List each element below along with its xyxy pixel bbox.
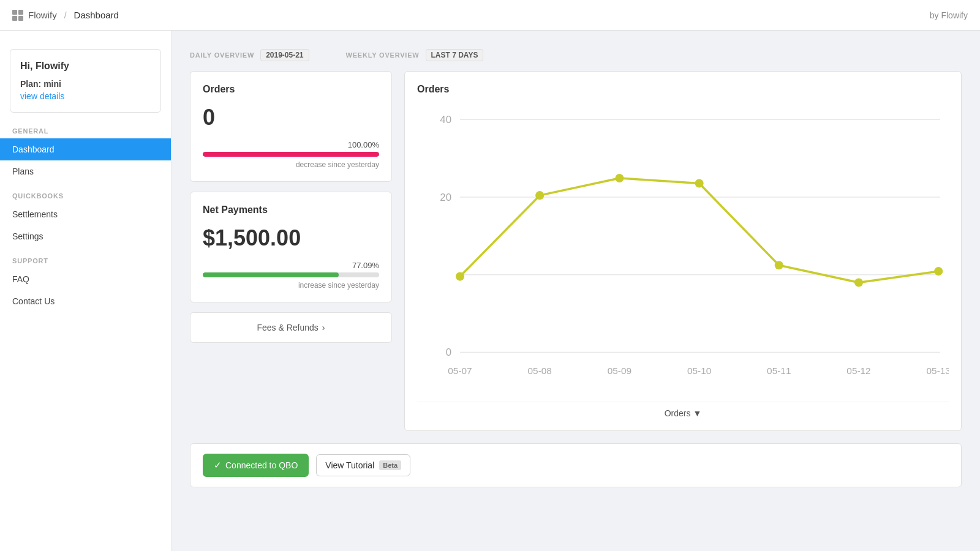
dashboard-grid: Orders 0 100.00% decrease since yesterda… bbox=[190, 71, 962, 431]
weekly-overview-header: WEEKLY OVERVIEW LAST 7 DAYS bbox=[346, 49, 484, 61]
nav-label-quickbooks: QUICKBOOKS bbox=[0, 192, 171, 200]
orders-progress-note: decrease since yesterday bbox=[203, 160, 379, 169]
layout: Hi, Flowify Plan: mini view details GENE… bbox=[0, 31, 980, 551]
chart-dot-1 bbox=[535, 191, 544, 200]
weekly-chart-title: Orders bbox=[417, 84, 949, 95]
fees-refunds-icon: › bbox=[322, 323, 325, 332]
section-headers: DAILY OVERVIEW 2019-05-21 WEEKLY OVERVIE… bbox=[190, 49, 962, 61]
chart-selector-label: Orders bbox=[665, 408, 691, 418]
nav-section-general: GENERAL Dashboard Plans bbox=[0, 127, 171, 182]
sidebar-item-settlements[interactable]: Settlements bbox=[0, 203, 171, 225]
orders-progress-track bbox=[203, 152, 379, 157]
user-card: Hi, Flowify Plan: mini view details bbox=[10, 49, 161, 113]
svg-text:05-07: 05-07 bbox=[448, 365, 472, 376]
chart-area: 40 20 0 05-07 05-08 05-09 05-10 05-11 05… bbox=[417, 102, 949, 395]
orders-card-title: Orders bbox=[203, 84, 379, 95]
daily-overview-header: DAILY OVERVIEW 2019-05-21 bbox=[190, 49, 309, 61]
svg-text:05-09: 05-09 bbox=[608, 365, 631, 376]
svg-text:05-12: 05-12 bbox=[846, 365, 870, 376]
orders-progress-label: 100.00% bbox=[203, 140, 379, 149]
fees-refunds-link: Fees & Refunds › bbox=[257, 323, 325, 332]
chart-selector[interactable]: Orders ▼ bbox=[665, 408, 702, 418]
net-payments-card: Net Payments $1,500.00 77.09% increase s… bbox=[190, 192, 392, 302]
svg-text:05-08: 05-08 bbox=[528, 365, 552, 376]
chart-dot-3 bbox=[695, 179, 704, 187]
view-details-link[interactable]: view details bbox=[20, 91, 64, 101]
chart-dot-6 bbox=[934, 267, 943, 276]
daily-overview-label: DAILY OVERVIEW bbox=[190, 51, 254, 59]
user-plan: Plan: mini bbox=[20, 79, 151, 89]
svg-text:05-13: 05-13 bbox=[927, 365, 949, 376]
chart-dot-2 bbox=[615, 174, 624, 182]
net-payments-progress-note: increase since yesterday bbox=[203, 281, 379, 290]
grid-icon bbox=[12, 10, 23, 21]
fees-refunds-card[interactable]: Fees & Refunds › bbox=[190, 312, 392, 343]
checkmark-icon: ✓ bbox=[214, 460, 222, 471]
nav-brand: Flowify bbox=[28, 10, 57, 20]
sidebar-item-faq[interactable]: FAQ bbox=[0, 268, 171, 290]
fees-refunds-label: Fees & Refunds bbox=[257, 323, 318, 332]
daily-overview-badge: 2019-05-21 bbox=[260, 49, 309, 61]
user-greeting: Hi, Flowify bbox=[20, 61, 151, 72]
action-bar: ✓ Connected to QBO View Tutorial Beta bbox=[190, 443, 962, 487]
net-payments-title: Net Payments bbox=[203, 204, 379, 216]
orders-card: Orders 0 100.00% decrease since yesterda… bbox=[190, 71, 392, 182]
sidebar-item-contact-us[interactable]: Contact Us bbox=[0, 290, 171, 312]
net-payments-progress-label: 77.09% bbox=[203, 261, 379, 270]
nav-separator: / bbox=[64, 10, 67, 20]
chart-dot-0 bbox=[456, 272, 464, 281]
weekly-chart-card: Orders 40 20 0 05-07 bbox=[404, 71, 962, 431]
tutorial-label: View Tutorial bbox=[325, 460, 374, 470]
svg-text:0: 0 bbox=[446, 347, 451, 358]
sidebar: Hi, Flowify Plan: mini view details GENE… bbox=[0, 31, 172, 551]
main-content: DAILY OVERVIEW 2019-05-21 WEEKLY OVERVIE… bbox=[172, 31, 980, 551]
svg-text:05-10: 05-10 bbox=[687, 365, 711, 376]
nav-right: by Flowify bbox=[930, 10, 968, 20]
net-payments-value: $1,500.00 bbox=[203, 225, 379, 251]
connected-button[interactable]: ✓ Connected to QBO bbox=[203, 454, 309, 477]
beta-badge: Beta bbox=[379, 460, 401, 470]
svg-text:20: 20 bbox=[440, 192, 451, 203]
sidebar-item-plans[interactable]: Plans bbox=[0, 160, 171, 182]
chart-dot-4 bbox=[775, 261, 783, 269]
weekly-overview-badge: LAST 7 DAYS bbox=[426, 49, 484, 61]
weekly-overview-label: WEEKLY OVERVIEW bbox=[346, 51, 420, 59]
net-payments-progress-track bbox=[203, 272, 379, 277]
orders-progress-fill bbox=[203, 152, 379, 157]
svg-text:40: 40 bbox=[440, 114, 451, 126]
nav-label-support: SUPPORT bbox=[0, 257, 171, 264]
chart-selector-icon: ▼ bbox=[693, 408, 701, 418]
nav-section-support: SUPPORT FAQ Contact Us bbox=[0, 257, 171, 312]
view-tutorial-button[interactable]: View Tutorial Beta bbox=[316, 454, 410, 476]
connected-label: Connected to QBO bbox=[225, 460, 298, 470]
sidebar-item-dashboard[interactable]: Dashboard bbox=[0, 138, 171, 160]
chart-line bbox=[460, 178, 938, 282]
sidebar-item-settings[interactable]: Settings bbox=[0, 225, 171, 247]
orders-line-chart: 40 20 0 05-07 05-08 05-09 05-10 05-11 05… bbox=[417, 102, 949, 395]
top-nav: Flowify / Dashboard by Flowify bbox=[0, 0, 980, 31]
svg-text:05-11: 05-11 bbox=[767, 365, 791, 376]
left-column: Orders 0 100.00% decrease since yesterda… bbox=[190, 71, 392, 431]
nav-page: Dashboard bbox=[74, 10, 119, 20]
chart-dot-5 bbox=[854, 278, 863, 287]
nav-label-general: GENERAL bbox=[0, 127, 171, 135]
net-payments-progress-fill bbox=[203, 272, 339, 277]
nav-left: Flowify / Dashboard bbox=[12, 10, 119, 21]
nav-section-quickbooks: QUICKBOOKS Settlements Settings bbox=[0, 192, 171, 247]
orders-value: 0 bbox=[203, 105, 379, 130]
chart-footer: Orders ▼ bbox=[417, 402, 949, 418]
